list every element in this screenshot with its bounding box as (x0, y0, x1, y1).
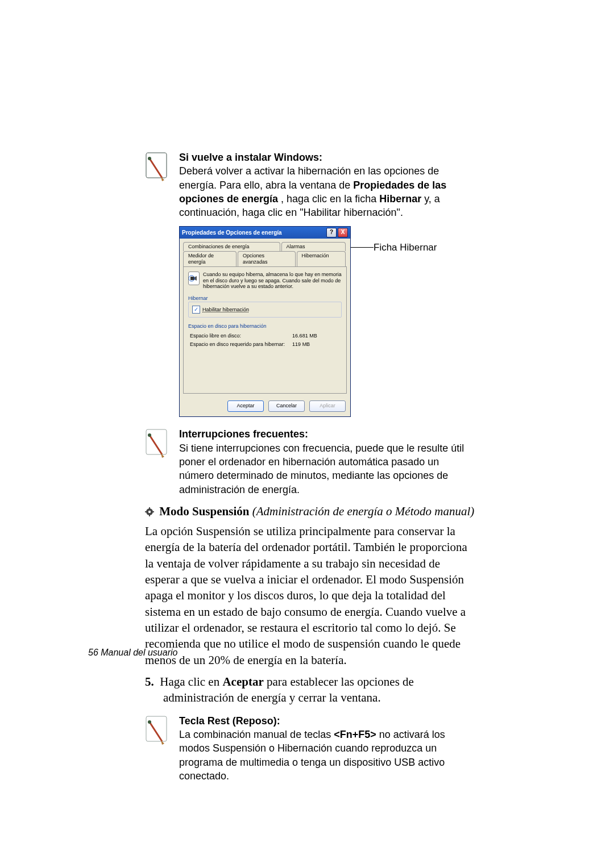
tab-alarmas[interactable]: Alarmas (281, 242, 346, 251)
heading-italic: (Administración de energía o Método manu… (249, 504, 474, 518)
note-icon (145, 427, 172, 462)
note3-title: Tecla Rest (Reposo): (179, 715, 280, 727)
svg-rect-0 (146, 153, 167, 178)
gear-icon (145, 506, 157, 519)
power-options-dialog: Propiedades de Opciones de energía ? X C… (179, 226, 351, 417)
note-reinstall-windows: Si vuelve a instalar Windows: Deberá vol… (145, 151, 475, 219)
note-text: Interrupciones frecuentes: Si tiene inte… (179, 427, 475, 496)
svg-rect-9 (149, 507, 150, 509)
apply-button[interactable]: Aplicar (309, 400, 346, 412)
callout-text: Ficha Hibernar (374, 242, 437, 253)
step5-bold: Aceptar (222, 675, 263, 688)
group-disk-label: Espacio en disco para hibernación (188, 323, 342, 329)
titlebar: Propiedades de Opciones de energía ? X (180, 227, 350, 239)
note-text: Tecla Rest (Reposo): La combinación manu… (179, 714, 475, 783)
dialog-title: Propiedades de Opciones de energía (182, 229, 282, 236)
note-tecla-rest: Tecla Rest (Reposo): La combinación manu… (145, 714, 475, 783)
disk-free-value: 16.681 MB (292, 332, 323, 340)
svg-point-14 (148, 720, 151, 724)
svg-rect-13 (146, 716, 167, 741)
step5-a: Haga clic en (160, 675, 222, 688)
note2-title: Interrupciones frecuentes: (179, 428, 308, 440)
svg-rect-3 (190, 277, 194, 280)
page-footer: 56 Manual del usuario (88, 648, 177, 658)
disk-free-label: Espacio libre en disco: (189, 332, 291, 340)
help-button[interactable]: ? (326, 228, 337, 237)
tabstrip: Combinaciones de energía Alarmas Medidor… (180, 239, 350, 266)
note2-body: Si tiene interrupciones con frecuencia, … (179, 443, 464, 495)
step-5: 5. Haga clic en Aceptar para establecer … (145, 674, 475, 706)
note-interrupciones: Interrupciones frecuentes: Si tiene inte… (145, 427, 475, 496)
check-icon: ✓ (194, 306, 198, 313)
svg-rect-12 (152, 511, 154, 512)
tab-opciones-avanzadas[interactable]: Opciones avanzadas (238, 251, 296, 266)
tab-hibernacion[interactable]: Hibernación (297, 251, 346, 266)
tab-medidor[interactable]: Medidor de energía (183, 251, 237, 266)
note3-a: La combinación manual de teclas (179, 729, 334, 740)
note3-bold: <Fn+F5> (334, 729, 376, 740)
plug-icon (188, 272, 200, 285)
disk-req-label: Espacio en disco requerido para hibernar… (189, 341, 291, 348)
cancel-button[interactable]: Cancelar (268, 400, 305, 412)
note-icon (145, 151, 172, 185)
svg-rect-5 (146, 429, 167, 454)
modo-suspension-heading: Modo Suspensión (Administración de energ… (145, 504, 475, 520)
note1-title: Si vuelve a instalar Windows: (179, 152, 322, 163)
svg-rect-11 (145, 511, 147, 512)
disk-space-group: Espacio en disco para hibernación Espaci… (188, 323, 342, 349)
disk-req-value: 119 MB (292, 341, 323, 348)
svg-rect-10 (149, 515, 150, 516)
note1-bold2: Hibernar (379, 193, 421, 205)
note-icon (145, 714, 172, 749)
standby-paragraph: La opción Suspensión se utiliza principa… (145, 523, 475, 668)
enable-hibernation-label: Habilitar hibernación (202, 307, 249, 313)
dialog-desc: Cuando su equipo hiberna, almacena lo qu… (203, 272, 342, 290)
ok-button[interactable]: Aceptar (227, 400, 264, 412)
svg-point-6 (148, 433, 151, 437)
dialog-with-callout: Propiedades de Opciones de energía ? X C… (179, 226, 475, 417)
heading-bold: Modo Suspensión (159, 504, 249, 518)
svg-point-2 (148, 157, 151, 160)
group-hibernar-label: Hibernar (188, 295, 342, 302)
note1-line1b: , haga clic en la ficha (278, 193, 379, 205)
close-button[interactable]: X (338, 228, 348, 237)
enable-hibernation-checkbox[interactable]: ✓ (192, 306, 200, 314)
callout-line (351, 247, 374, 248)
note-text: Si vuelve a instalar Windows: Deberá vol… (179, 151, 475, 219)
tab-panel-hibernacion: Cuando su equipo hiberna, almacena lo qu… (183, 266, 347, 394)
tab-combinaciones[interactable]: Combinaciones de energía (183, 242, 280, 251)
step5-num: 5. (145, 675, 154, 688)
svg-point-8 (148, 511, 151, 513)
